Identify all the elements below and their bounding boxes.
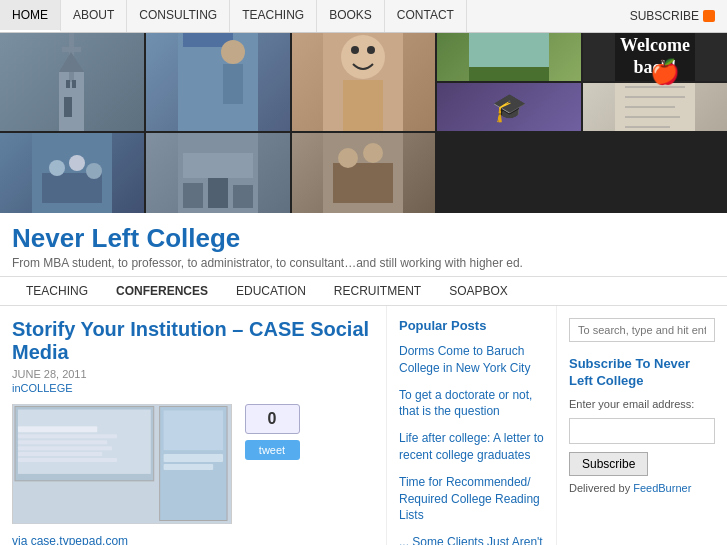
hero-presenter bbox=[146, 33, 290, 131]
nav-consulting[interactable]: CONSULTING bbox=[127, 0, 230, 32]
popular-item-2[interactable]: To get a doctorate or not, that is the q… bbox=[399, 387, 544, 421]
svg-rect-21 bbox=[178, 33, 258, 131]
svg-point-19 bbox=[69, 155, 85, 171]
content-area: Storify Your Institution – CASE Social M… bbox=[0, 306, 387, 545]
tab-teaching[interactable]: TEACHING bbox=[12, 277, 102, 305]
svg-rect-46 bbox=[18, 452, 102, 456]
svg-rect-42 bbox=[18, 426, 97, 432]
site-title-section: Never Left College From MBA student, to … bbox=[0, 213, 727, 276]
nav-items: HOME ABOUT CONSULTING TEACHING BOOKS CON… bbox=[0, 0, 467, 32]
popular-posts-title: Popular Posts bbox=[399, 318, 544, 333]
popular-item-4[interactable]: Time for Recommended/ Required College R… bbox=[399, 474, 544, 524]
svg-rect-47 bbox=[18, 458, 117, 462]
svg-rect-2 bbox=[62, 47, 81, 52]
site-subtitle: From MBA student, to professor, to admin… bbox=[12, 256, 715, 270]
svg-rect-24 bbox=[223, 64, 243, 104]
popular-posts-sidebar: Popular Posts Dorms Come to Baruch Colle… bbox=[387, 306, 557, 545]
svg-rect-51 bbox=[164, 464, 214, 470]
feedburner-text: Delivered by FeedBurner bbox=[569, 482, 715, 494]
nav-home[interactable]: HOME bbox=[0, 0, 61, 32]
svg-rect-50 bbox=[164, 454, 223, 462]
right-sidebar: Subscribe To Never Left College Enter yo… bbox=[557, 306, 727, 545]
nav-bar: HOME ABOUT CONSULTING TEACHING BOOKS CON… bbox=[0, 0, 727, 33]
tab-recruitment[interactable]: RECRUITMENT bbox=[320, 277, 435, 305]
subscribe-section-title: Subscribe To Never Left College bbox=[569, 356, 715, 390]
svg-rect-9 bbox=[469, 33, 549, 67]
hero-image: Welcomeback! 🍎 🎓 bbox=[0, 33, 727, 213]
nav-about[interactable]: ABOUT bbox=[61, 0, 127, 32]
search-input[interactable] bbox=[569, 318, 715, 342]
post-date: JUNE 28, 2011 bbox=[12, 368, 374, 380]
svg-rect-28 bbox=[233, 185, 253, 208]
rss-icon bbox=[703, 10, 715, 22]
tab-education[interactable]: EDUCATION bbox=[222, 277, 320, 305]
svg-point-35 bbox=[341, 35, 385, 79]
svg-rect-26 bbox=[183, 183, 203, 208]
svg-rect-4 bbox=[66, 80, 70, 88]
nav-contact[interactable]: CONTACT bbox=[385, 0, 467, 32]
tab-soapbox[interactable]: SOAPBOX bbox=[435, 277, 522, 305]
svg-rect-31 bbox=[333, 163, 393, 203]
hero-classroom1 bbox=[146, 133, 290, 213]
svg-rect-3 bbox=[64, 97, 72, 117]
site-title: Never Left College bbox=[12, 223, 715, 254]
subscribe-nav-link[interactable]: SUBSCRIBE bbox=[618, 1, 727, 31]
svg-rect-45 bbox=[18, 446, 112, 450]
popular-item-3[interactable]: Life after college: A letter to recent c… bbox=[399, 430, 544, 464]
svg-rect-49 bbox=[164, 410, 223, 450]
svg-point-20 bbox=[86, 163, 102, 179]
svg-rect-27 bbox=[208, 178, 228, 208]
post-thumbnail: Storify bbox=[12, 404, 232, 524]
tab-conferences[interactable]: CONFERENCES bbox=[102, 277, 222, 305]
popular-item-1[interactable]: Dorms Come to Baruch College in New York… bbox=[399, 343, 544, 377]
svg-rect-29 bbox=[183, 153, 253, 178]
tweet-count: 0 bbox=[245, 404, 300, 434]
nav-teaching[interactable]: TEACHING bbox=[230, 0, 317, 32]
hero-classroom2 bbox=[292, 133, 436, 213]
post-title[interactable]: Storify Your Institution – CASE Social M… bbox=[12, 318, 374, 364]
hero-church bbox=[0, 33, 144, 131]
post-via-link[interactable]: via case.typepad.com bbox=[12, 534, 374, 545]
tabs-bar: TEACHING CONFERENCES EDUCATION RECRUITME… bbox=[0, 276, 727, 306]
post-content: Storify 0 tweet bbox=[12, 404, 374, 524]
post-category[interactable]: inCOLLEGE bbox=[12, 382, 374, 394]
hero-field bbox=[437, 33, 581, 81]
svg-rect-43 bbox=[18, 434, 117, 438]
svg-rect-8 bbox=[469, 67, 549, 81]
svg-point-37 bbox=[367, 46, 375, 54]
hero-people bbox=[0, 133, 144, 213]
tweet-button[interactable]: tweet bbox=[245, 440, 300, 460]
svg-marker-6 bbox=[59, 52, 84, 72]
main-layout: Storify Your Institution – CASE Social M… bbox=[0, 306, 727, 545]
enter-email-label: Enter your email address: bbox=[569, 398, 715, 410]
feedburner-link[interactable]: FeedBurner bbox=[633, 482, 691, 494]
hero-smile bbox=[292, 33, 436, 131]
svg-point-23 bbox=[221, 40, 245, 64]
svg-point-18 bbox=[49, 160, 65, 176]
svg-point-32 bbox=[338, 148, 358, 168]
subscribe-button[interactable]: Subscribe bbox=[569, 452, 648, 476]
svg-point-33 bbox=[363, 143, 383, 163]
email-input[interactable] bbox=[569, 418, 715, 444]
svg-point-36 bbox=[351, 46, 359, 54]
popular-item-5[interactable]: ... Some Clients Just Aren't Worth It bbox=[399, 534, 544, 545]
hero-grad: 🎓 bbox=[437, 83, 581, 131]
tweet-box: 0 tweet bbox=[242, 404, 302, 524]
hero-notes bbox=[583, 83, 727, 131]
svg-rect-44 bbox=[18, 440, 107, 444]
nav-books[interactable]: BOOKS bbox=[317, 0, 385, 32]
hero-welcome: Welcomeback! 🍎 bbox=[583, 33, 727, 81]
svg-rect-38 bbox=[343, 80, 383, 131]
svg-rect-5 bbox=[72, 80, 76, 88]
